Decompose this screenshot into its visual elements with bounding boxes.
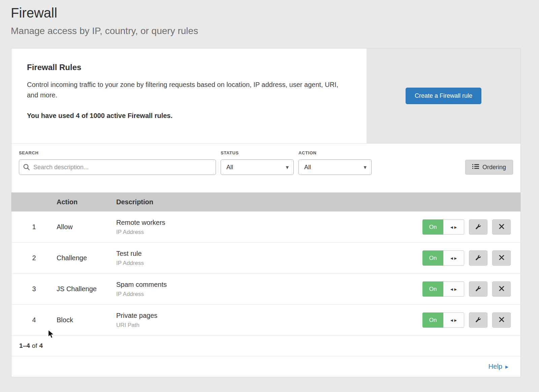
close-icon	[499, 255, 504, 261]
rule-toggle: On ◂▸	[422, 281, 464, 297]
pagination-total: 4	[39, 342, 43, 350]
rule-toggle-on[interactable]: On	[422, 250, 443, 266]
rule-description: Test rule	[116, 250, 420, 258]
wrench-icon	[475, 285, 481, 293]
create-firewall-rule-button[interactable]: Create a Firewall rule	[406, 88, 481, 104]
edit-rule-button[interactable]	[469, 250, 487, 266]
help-link-label: Help	[488, 363, 502, 370]
card-description: Control incoming traffic to your zone by…	[27, 80, 347, 100]
rule-toggle-on[interactable]: On	[422, 219, 443, 235]
rule-controls: On ◂▸	[420, 219, 520, 235]
ordering-list-icon	[472, 164, 479, 171]
rule-controls: On ◂▸	[420, 250, 520, 266]
firewall-rules-card: Firewall Rules Control incoming traffic …	[11, 48, 521, 377]
pagination: 1–4 of 4	[11, 335, 520, 356]
rule-description-cell: Remote workers IP Address	[116, 219, 420, 236]
delete-rule-button[interactable]	[492, 219, 511, 235]
rule-description: Private pages	[116, 312, 420, 320]
rule-toggle: On ◂▸	[422, 219, 464, 235]
toggle-arrows-icon[interactable]: ◂▸	[443, 281, 464, 297]
action-select[interactable]: All ▾	[298, 159, 372, 175]
rules-table-header: Action Description	[11, 192, 520, 211]
close-icon	[499, 286, 504, 292]
create-rule-panel: Create a Firewall rule	[367, 49, 520, 143]
rule-toggle: On ◂▸	[422, 250, 464, 266]
close-icon	[499, 224, 504, 230]
status-select[interactable]: All ▾	[221, 159, 294, 175]
wrench-icon	[475, 316, 481, 324]
toggle-arrows-icon[interactable]: ◂▸	[443, 312, 464, 328]
edit-rule-button[interactable]	[469, 219, 487, 235]
card-heading: Firewall Rules	[27, 63, 353, 72]
rule-toggle-on[interactable]: On	[422, 281, 443, 297]
description-column-header: Description	[116, 198, 420, 206]
search-filter-group: SEARCH	[19, 150, 216, 175]
status-label: STATUS	[221, 150, 294, 155]
rule-toggle-on[interactable]: On	[422, 312, 443, 328]
rule-match-type: URI Path	[116, 322, 420, 329]
action-select-value: All	[304, 164, 311, 171]
wrench-icon	[475, 254, 481, 262]
rules-usage-text: You have used 4 of 1000 active Firewall …	[27, 112, 353, 120]
card-footer: Help ▸	[11, 356, 520, 377]
table-row: 2 Challenge Test rule IP Address On ◂▸	[11, 242, 520, 273]
close-icon	[499, 317, 504, 323]
search-box	[19, 159, 216, 175]
rule-toggle: On ◂▸	[422, 312, 464, 328]
rule-description-cell: Test rule IP Address	[116, 250, 420, 267]
card-intro-section: Firewall Rules Control incoming traffic …	[11, 49, 520, 144]
card-intro-text: Firewall Rules Control incoming traffic …	[11, 49, 367, 143]
chevron-down-icon: ▾	[363, 164, 367, 171]
search-icon	[23, 163, 30, 172]
rule-action: Allow	[57, 223, 116, 231]
rule-action: JS Challenge	[57, 285, 116, 293]
rule-match-type: IP Address	[116, 291, 420, 298]
rule-description: Spam comments	[116, 281, 420, 289]
rule-action: Block	[57, 316, 116, 324]
rule-controls: On ◂▸	[420, 312, 520, 328]
search-label: SEARCH	[19, 150, 216, 155]
rule-description: Remote workers	[116, 219, 420, 227]
rule-action: Challenge	[57, 254, 116, 262]
rule-match-type: IP Address	[116, 229, 420, 236]
pagination-range: 1–4	[19, 342, 30, 350]
toggle-arrows-icon[interactable]: ◂▸	[443, 219, 464, 235]
rule-priority: 2	[11, 254, 57, 262]
delete-rule-button[interactable]	[492, 312, 511, 328]
delete-rule-button[interactable]	[492, 250, 511, 266]
ordering-button-label: Ordering	[482, 164, 506, 171]
rule-priority: 1	[11, 223, 57, 231]
chevron-down-icon: ▾	[286, 164, 289, 171]
toggle-arrows-icon[interactable]: ◂▸	[443, 250, 464, 266]
status-select-value: All	[226, 164, 233, 171]
rule-description-cell: Spam comments IP Address	[116, 281, 420, 298]
rule-match-type: IP Address	[116, 260, 420, 267]
table-row: 4 Block Private pages URI Path On ◂▸	[11, 304, 520, 335]
help-link[interactable]: Help ▸	[488, 363, 508, 370]
wrench-icon	[475, 223, 481, 231]
page-title: Firewall	[11, 5, 539, 21]
rule-description-cell: Private pages URI Path	[116, 312, 420, 329]
help-arrow-icon: ▸	[505, 363, 508, 370]
action-column-header: Action	[57, 198, 116, 206]
table-row: 3 JS Challenge Spam comments IP Address …	[11, 273, 520, 304]
status-filter-group: STATUS All ▾	[221, 150, 294, 175]
page-header: Firewall Manage access by IP, country, o…	[0, 0, 539, 48]
action-filter-group: ACTION All ▾	[298, 150, 372, 175]
rule-controls: On ◂▸	[420, 281, 520, 297]
search-input[interactable]	[19, 160, 216, 175]
ordering-button[interactable]: Ordering	[465, 160, 513, 175]
delete-rule-button[interactable]	[492, 281, 511, 297]
filters-bar: SEARCH STATUS All ▾ ACTION All	[11, 144, 520, 192]
rule-priority: 3	[11, 285, 57, 293]
pagination-of-label: of	[32, 342, 37, 350]
edit-rule-button[interactable]	[469, 281, 487, 297]
rule-priority: 4	[11, 316, 57, 324]
page-subtitle: Manage access by IP, country, or query r…	[11, 26, 539, 36]
action-label: ACTION	[298, 150, 372, 155]
table-row: 1 Allow Remote workers IP Address On ◂▸	[11, 211, 520, 242]
edit-rule-button[interactable]	[469, 312, 487, 328]
